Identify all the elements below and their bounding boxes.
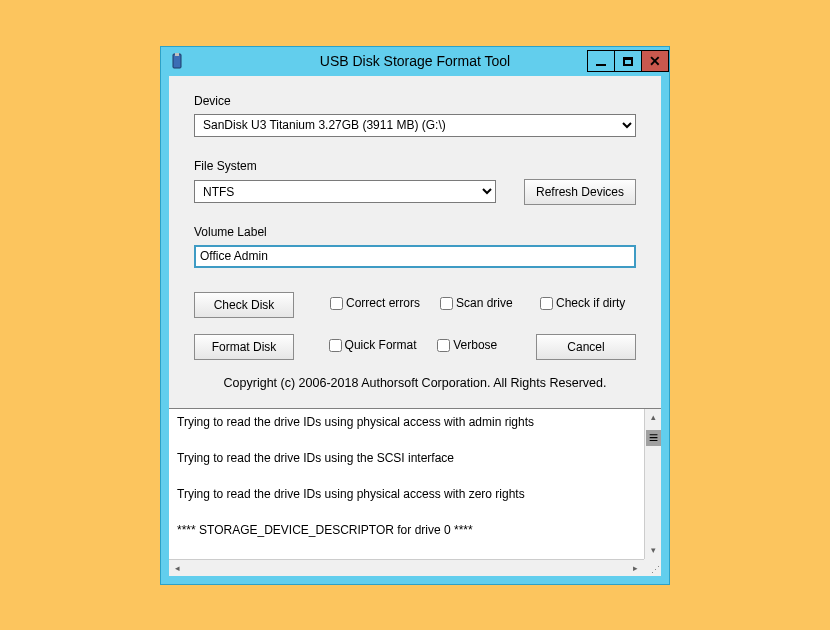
close-button[interactable]: ✕ [641, 50, 669, 72]
volume-label-label: Volume Label [194, 225, 636, 239]
verbose-label: Verbose [453, 338, 497, 352]
check-disk-button[interactable]: Check Disk [194, 292, 294, 318]
svg-rect-1 [175, 53, 179, 56]
correct-errors-checkbox[interactable]: Correct errors [330, 296, 420, 310]
form-area: Device SanDisk U3 Titanium 3.27GB (3911 … [169, 76, 661, 408]
check-if-dirty-label: Check if dirty [556, 296, 625, 310]
filesystem-select[interactable]: NTFS [194, 180, 496, 203]
log-line: Trying to read the drive IDs using the S… [177, 451, 653, 465]
format-disk-button[interactable]: Format Disk [194, 334, 294, 360]
minimize-button[interactable] [587, 50, 615, 72]
vertical-scrollbar[interactable]: ▴ ≡ ▾ [644, 409, 661, 559]
filesystem-label: File System [194, 159, 636, 173]
refresh-devices-button[interactable]: Refresh Devices [524, 179, 636, 205]
format-row: Format Disk Quick Format Verbose Cancel [194, 334, 636, 360]
scan-drive-label: Scan drive [456, 296, 513, 310]
log-line: Trying to read the drive IDs using physi… [177, 415, 653, 429]
quick-format-label: Quick Format [345, 338, 417, 352]
svg-rect-0 [173, 54, 181, 68]
scroll-track[interactable] [645, 446, 661, 542]
scroll-down-icon[interactable]: ▾ [645, 542, 662, 559]
scroll-left-icon[interactable]: ◂ [169, 559, 186, 576]
copyright-text: Copyright (c) 2006-2018 Authorsoft Corpo… [194, 376, 636, 390]
scroll-up-icon[interactable]: ▴ [645, 409, 662, 426]
log-panel: Trying to read the drive IDs using physi… [169, 408, 661, 576]
log-line: **** STORAGE_DEVICE_DESCRIPTOR for drive… [177, 523, 653, 537]
verbose-checkbox[interactable]: Verbose [437, 338, 497, 352]
log-output[interactable]: Trying to read the drive IDs using physi… [169, 409, 661, 559]
check-if-dirty-checkbox[interactable]: Check if dirty [540, 296, 625, 310]
cancel-button[interactable]: Cancel [536, 334, 636, 360]
app-icon [169, 53, 185, 69]
log-line: Trying to read the drive IDs using physi… [177, 487, 653, 501]
device-label: Device [194, 94, 636, 108]
quick-format-checkbox[interactable]: Quick Format [329, 338, 417, 352]
window-controls: ✕ [588, 50, 669, 72]
scroll-right-icon[interactable]: ▸ [627, 559, 644, 576]
scroll-thumb[interactable]: ≡ [646, 430, 661, 446]
titlebar[interactable]: USB Disk Storage Format Tool ✕ [161, 47, 669, 76]
correct-errors-label: Correct errors [346, 296, 420, 310]
maximize-button[interactable] [614, 50, 642, 72]
window-frame: Device SanDisk U3 Titanium 3.27GB (3911 … [161, 76, 669, 584]
resize-grip-icon[interactable]: ⋰ [644, 559, 661, 576]
scan-drive-checkbox[interactable]: Scan drive [440, 296, 513, 310]
volume-label-input[interactable] [194, 245, 636, 268]
horizontal-scrollbar[interactable]: ◂ ▸ ⋰ [169, 559, 661, 576]
check-row: Check Disk Correct errors Scan drive Che… [194, 292, 636, 318]
app-window: USB Disk Storage Format Tool ✕ Device Sa… [160, 46, 670, 585]
device-select[interactable]: SanDisk U3 Titanium 3.27GB (3911 MB) (G:… [194, 114, 636, 137]
